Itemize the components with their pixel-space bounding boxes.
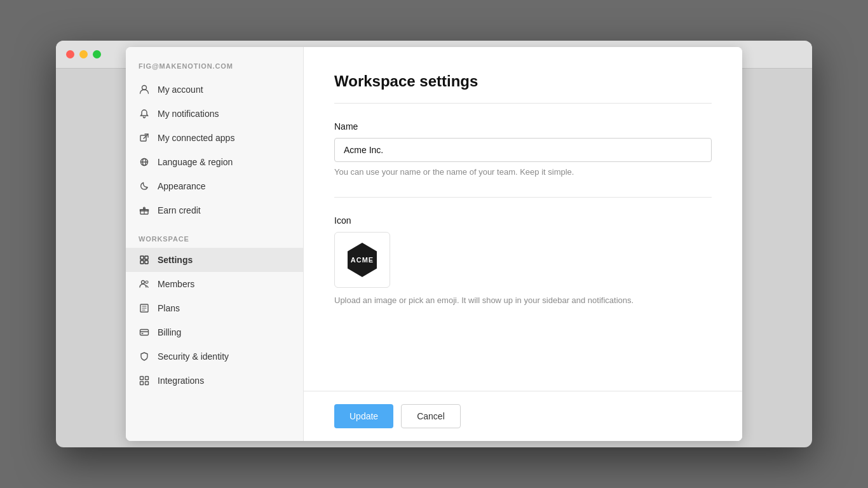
sidebar-item-earn-credit[interactable]: Earn credit [126, 198, 303, 222]
moon-icon [139, 180, 150, 192]
icon-label: Icon [334, 215, 712, 226]
sidebar-label-billing: Billing [158, 327, 181, 337]
svg-rect-17 [146, 382, 149, 385]
app-window: FIG@MAKENOTION.COM My account [56, 41, 812, 447]
name-hint: You can use your name or the name of you… [334, 167, 712, 177]
page-title: Workspace settings [334, 72, 712, 90]
svg-rect-12 [140, 330, 149, 336]
shield-icon [139, 351, 150, 362]
main-content: Workspace settings Name You can use your… [304, 47, 742, 441]
svg-point-10 [146, 281, 148, 283]
sidebar-label-my-notifications: My notifications [158, 109, 219, 119]
workspace-section-label: WORKSPACE [126, 222, 303, 248]
sidebar-item-security-identity[interactable]: Security & identity [126, 344, 303, 369]
sidebar-label-earn-credit: Earn credit [158, 205, 201, 215]
sidebar-item-plans[interactable]: Plans [126, 296, 303, 320]
sidebar-label-my-account: My account [158, 85, 203, 95]
sidebar-label-members: Members [158, 279, 194, 289]
svg-rect-15 [146, 377, 149, 380]
form-footer: Update Cancel [304, 391, 742, 441]
cancel-button[interactable]: Cancel [401, 404, 461, 428]
plans-icon [139, 302, 150, 314]
sidebar-label-settings: Settings [158, 255, 193, 265]
sidebar-item-integrations[interactable]: Integrations [126, 369, 303, 393]
title-divider [334, 103, 712, 104]
person-icon [139, 84, 150, 95]
icon-field-group: Icon ACME Upload an image or pick an emo… [334, 215, 712, 305]
sidebar-item-members[interactable]: Members [126, 272, 303, 296]
minimize-button[interactable] [79, 50, 88, 58]
sidebar-email: FIG@MAKENOTION.COM [126, 62, 303, 78]
maximize-button[interactable] [93, 50, 101, 58]
sidebar-label-plans: Plans [158, 303, 180, 313]
sidebar-label-security-identity: Security & identity [158, 351, 229, 362]
sidebar-label-integrations: Integrations [158, 376, 204, 386]
gift-icon [139, 205, 150, 216]
sidebar-item-my-connected-apps[interactable]: My connected apps [126, 126, 303, 150]
svg-rect-7 [140, 261, 144, 264]
bell-icon [139, 108, 150, 119]
icon-preview[interactable]: ACME [334, 232, 390, 288]
svg-rect-13 [142, 333, 144, 334]
billing-icon [139, 327, 150, 338]
members-icon [139, 278, 150, 290]
sidebar-label-language-region: Language & region [158, 157, 233, 167]
svg-point-9 [142, 281, 145, 284]
update-button[interactable]: Update [334, 404, 393, 428]
workspace-name-input[interactable] [334, 138, 712, 162]
sidebar-label-my-connected-apps: My connected apps [158, 133, 234, 143]
name-divider [334, 197, 712, 198]
name-field-group: Name You can use your name or the name o… [334, 121, 712, 177]
sidebar-item-billing[interactable]: Billing [126, 320, 303, 344]
svg-rect-8 [145, 261, 148, 264]
name-label: Name [334, 121, 712, 132]
svg-text:ACME: ACME [351, 256, 374, 264]
content-body: Workspace settings Name You can use your… [304, 47, 742, 391]
external-link-icon [139, 132, 150, 144]
acme-logo-svg: ACME [342, 240, 382, 280]
integrations-icon [139, 375, 150, 386]
sidebar-item-my-notifications[interactable]: My notifications [126, 102, 303, 126]
sidebar-item-appearance[interactable]: Appearance [126, 174, 303, 198]
icon-hint: Upload an image or pick an emoji. It wil… [334, 295, 712, 305]
sidebar-item-settings[interactable]: Settings [126, 248, 303, 272]
modal: FIG@MAKENOTION.COM My account [126, 47, 742, 441]
sidebar-item-my-account[interactable]: My account [126, 78, 303, 102]
svg-rect-6 [145, 256, 148, 259]
svg-rect-14 [140, 377, 144, 380]
sidebar-label-appearance: Appearance [158, 181, 206, 191]
close-button[interactable] [66, 50, 74, 58]
sidebar-item-language-region[interactable]: Language & region [126, 150, 303, 174]
sidebar: FIG@MAKENOTION.COM My account [126, 47, 304, 441]
grid-icon [139, 254, 150, 266]
svg-rect-5 [140, 256, 144, 259]
globe-icon [139, 156, 150, 168]
svg-rect-16 [140, 382, 144, 385]
svg-rect-1 [140, 135, 146, 141]
